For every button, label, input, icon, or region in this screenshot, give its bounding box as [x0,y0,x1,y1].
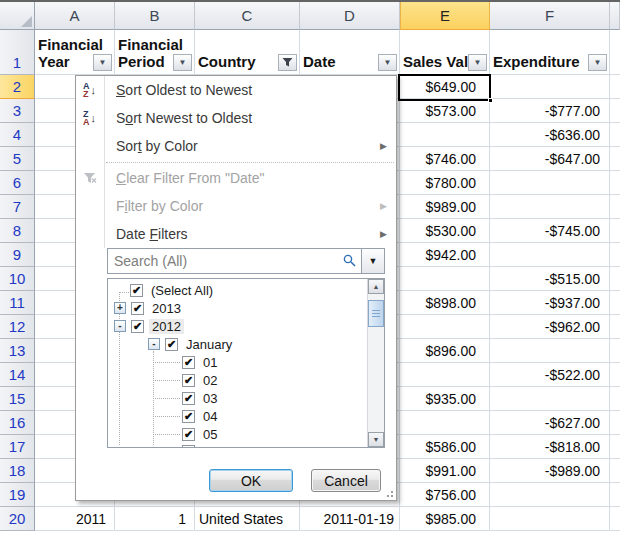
tree-item-2013[interactable]: + ✔ 2013 [108,299,367,317]
search-scope-dropdown-button[interactable]: ▼ [362,248,385,274]
menu-item-clear-filter[interactable]: Clear Filter From "Date" [76,164,396,192]
cell[interactable] [490,387,610,411]
cell[interactable] [400,411,490,435]
cell-c1[interactable]: Country [195,30,300,75]
cell[interactable]: $898.00 [400,291,490,315]
filter-active-button-c[interactable] [278,54,297,71]
collapse-minus-icon[interactable]: - [114,320,126,332]
row-header[interactable]: 13 [0,339,35,363]
cell[interactable]: $746.00 [400,147,490,171]
cell[interactable] [490,75,610,99]
cancel-button[interactable]: Cancel [311,469,381,492]
cell[interactable]: -$515.00 [490,267,610,291]
cell[interactable] [490,171,610,195]
cell[interactable]: -$745.00 [490,219,610,243]
row-header[interactable]: 16 [0,411,35,435]
column-header-c[interactable]: C [195,2,300,30]
column-header-f[interactable]: F [490,2,610,30]
cell-d1[interactable]: Date ▼ [300,30,400,75]
cell[interactable]: $985.00 [400,507,490,531]
cell[interactable] [490,483,610,507]
scroll-down-button[interactable]: ▼ [368,432,384,447]
row-header[interactable]: 11 [0,291,35,315]
row-header[interactable]: 3 [0,99,35,123]
checkbox-checked[interactable]: ✔ [130,284,143,297]
tree-item-day-05[interactable]: ✔ 05 [108,425,367,443]
filter-dropdown-button-d[interactable]: ▼ [378,54,397,71]
row-header[interactable]: 1 [0,30,35,75]
cell[interactable]: $896.00 [400,339,490,363]
collapse-minus-icon[interactable]: - [148,338,160,350]
cell[interactable] [400,267,490,291]
tree-item-select-all[interactable]: ✔ (Select All) [108,281,367,299]
checkbox[interactable] [182,445,195,447]
filter-dropdown-button-e[interactable]: ▼ [468,54,487,71]
tree-item-day-01[interactable]: ✔ 01 [108,353,367,371]
cell[interactable]: -$818.00 [490,435,610,459]
cell[interactable]: $780.00 [400,171,490,195]
cell[interactable] [400,123,490,147]
cell[interactable]: -$647.00 [490,147,610,171]
row-header[interactable]: 9 [0,243,35,267]
row-header[interactable]: 7 [0,195,35,219]
cell[interactable]: $573.00 [400,99,490,123]
tree-item-day-04[interactable]: ✔ 04 [108,407,367,425]
cell[interactable]: 2011 [35,507,115,531]
fill-handle[interactable] [488,98,493,103]
cell-b1[interactable]: Financial Period ▼ [115,30,195,75]
cell-e1[interactable]: Sales Value ▼ [400,30,490,75]
filter-dropdown-button-f[interactable]: ▼ [588,54,607,71]
cell[interactable]: -$989.00 [490,459,610,483]
checkbox-checked[interactable]: ✔ [182,392,195,405]
cell[interactable] [490,339,610,363]
cell[interactable]: 1 [115,507,195,531]
select-all-corner[interactable] [0,2,35,30]
menu-item-sort-oldest-to-newest[interactable]: AZ↓ Sort Oldest to Newest [76,76,396,104]
cell[interactable]: $530.00 [400,219,490,243]
filter-dropdown-button-b[interactable]: ▼ [173,54,192,71]
cell[interactable]: -$962.00 [490,315,610,339]
cell[interactable]: $586.00 [400,435,490,459]
cell[interactable]: $991.00 [400,459,490,483]
menu-item-date-filters[interactable]: Date Filters ▶ [76,220,396,248]
column-header-g-sliver[interactable] [610,2,620,30]
cell-a1[interactable]: Financial Year ▼ [35,30,115,75]
menu-item-filter-by-color[interactable]: Filter by Color ▶ [76,192,396,220]
row-header[interactable]: 20 [0,507,35,531]
column-header-b[interactable]: B [115,2,195,30]
filter-dropdown-button-a[interactable]: ▼ [93,54,112,71]
row-header[interactable]: 17 [0,435,35,459]
ok-button[interactable]: OK [209,469,293,492]
cell[interactable]: $942.00 [400,243,490,267]
scrollbar-thumb[interactable] [368,300,384,327]
cell[interactable]: 2011-01-19 [300,507,400,531]
cell[interactable]: $935.00 [400,387,490,411]
tree-item-2012[interactable]: - ✔ 2012 [108,317,367,335]
row-header[interactable]: 10 [0,267,35,291]
cell[interactable]: -$627.00 [490,411,610,435]
expand-plus-icon[interactable]: + [114,302,126,314]
column-header-d[interactable]: D [300,2,400,30]
cell[interactable] [490,507,610,531]
checkbox-checked[interactable]: ✔ [131,302,144,315]
column-header-a[interactable]: A [35,2,115,30]
row-header[interactable]: 4 [0,123,35,147]
cell[interactable] [400,315,490,339]
tree-item-january[interactable]: - ✔ January [108,335,367,353]
cell[interactable] [400,363,490,387]
row-header[interactable]: 19 [0,483,35,507]
checkbox-checked[interactable]: ✔ [165,338,178,351]
menu-item-sort-newest-to-oldest[interactable]: ZA↓ Sort Newest to Oldest [76,104,396,132]
checkbox-checked[interactable]: ✔ [182,374,195,387]
menu-item-sort-by-color[interactable]: Sort by Color ▶ [76,132,396,160]
tree-item-day-02[interactable]: ✔ 02 [108,371,367,389]
cell[interactable]: -$522.00 [490,363,610,387]
tree-scrollbar[interactable]: ▲ ▼ [367,279,384,447]
checkbox-checked[interactable]: ✔ [131,320,144,333]
cell[interactable]: $989.00 [400,195,490,219]
search-input[interactable] [108,249,361,273]
cell[interactable]: $756.00 [400,483,490,507]
column-header-e-selected[interactable]: E [400,2,490,30]
row-header[interactable]: 8 [0,219,35,243]
checkbox-checked[interactable]: ✔ [182,410,195,423]
